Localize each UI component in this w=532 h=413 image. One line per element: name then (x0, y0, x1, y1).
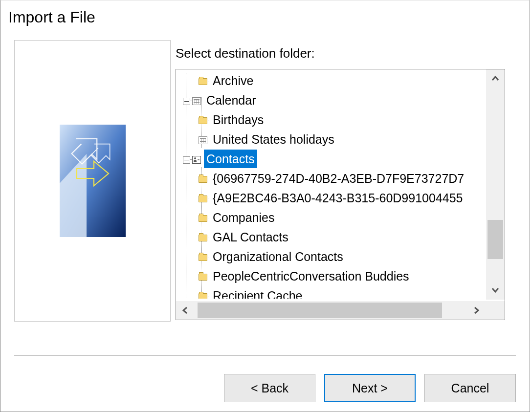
tree-item-guid1[interactable]: {06967759-274D-40B2-A3EB-D7F9E73727D7 (183, 169, 485, 189)
horizontal-scroll-thumb[interactable] (198, 303, 442, 318)
tree-item-archive[interactable]: Archive (183, 71, 485, 91)
chevron-up-icon (491, 74, 500, 83)
tree-item-label: Contacts (204, 150, 257, 168)
folder-icon (199, 235, 207, 241)
folder-tree[interactable]: ArchiveCalendarBirthdaysUnited States ho… (176, 69, 485, 299)
tree-item-label: Archive (210, 71, 256, 90)
folder-icon (199, 254, 207, 261)
tree-item-birthdays[interactable]: Birthdays (183, 110, 485, 130)
import-file-dialog: Import a File (0, 0, 530, 412)
folder-icon (199, 196, 207, 202)
dialog-content: Select destination folder: ArchiveCalend… (0, 26, 530, 322)
chevron-right-icon (472, 306, 481, 315)
vertical-scrollbar[interactable] (486, 69, 505, 300)
folder-icon (199, 293, 207, 299)
tree-item-label: GAL Contacts (210, 228, 291, 246)
scroll-down-button[interactable] (486, 281, 505, 300)
collapse-icon[interactable] (183, 98, 190, 105)
scroll-corner (486, 301, 505, 320)
tree-item-label: PeopleCentricConversation Buddies (210, 267, 412, 285)
collapse-icon[interactable] (183, 156, 190, 164)
tree-item-label: Birthdays (210, 110, 266, 129)
folder-icon (199, 176, 207, 183)
tree-item-calendar[interactable]: Calendar (183, 91, 485, 110)
scroll-left-button[interactable] (176, 301, 195, 320)
tree-item-gal[interactable]: GAL Contacts (183, 228, 485, 247)
scroll-right-button[interactable] (467, 301, 486, 320)
scroll-up-button[interactable] (486, 69, 505, 88)
tree-item-usholidays[interactable]: United States holidays (183, 130, 485, 150)
calendar-icon (199, 136, 207, 144)
tree-item-label: {06967759-274D-40B2-A3EB-D7F9E73727D7 (210, 169, 466, 188)
cancel-button[interactable]: Cancel (424, 374, 516, 402)
tree-item-guid2[interactable]: {A9E2BC46-B3A0-4243-B315-60D991004455 (183, 189, 485, 208)
chevron-left-icon (181, 306, 190, 315)
folder-tree-container: ArchiveCalendarBirthdaysUnited States ho… (176, 69, 505, 320)
contacts-icon (192, 156, 201, 164)
instruction-label: Select destination folder: (176, 46, 516, 61)
calendar-icon (192, 97, 201, 105)
folder-icon (199, 117, 207, 124)
folder-icon (199, 274, 207, 281)
tree-item-pccb[interactable]: PeopleCentricConversation Buddies (183, 267, 485, 286)
tree-item-org[interactable]: Organizational Contacts (183, 247, 485, 267)
wizard-image-panel (14, 40, 171, 322)
tree-item-label: Organizational Contacts (210, 247, 346, 266)
tree-item-label: {A9E2BC46-B3A0-4243-B315-60D991004455 (210, 189, 466, 207)
back-button[interactable]: < Back (224, 374, 315, 402)
folder-icon (199, 215, 207, 222)
tree-item-label: Recipient Cache (210, 286, 305, 299)
vertical-scroll-thumb[interactable] (488, 220, 503, 259)
right-panel: Select destination folder: ArchiveCalend… (176, 40, 516, 320)
wizard-arrow-image (60, 125, 126, 237)
dialog-title: Import a File (0, 0, 530, 26)
dialog-buttons: < Back Next > Cancel (0, 374, 530, 402)
tree-item-label: Calendar (204, 91, 258, 109)
tree-item-contacts[interactable]: Contacts (183, 150, 485, 169)
horizontal-separator (14, 355, 516, 357)
folder-icon (199, 78, 207, 85)
tree-item-label: United States holidays (210, 130, 337, 149)
chevron-down-icon (491, 286, 500, 295)
horizontal-scrollbar[interactable] (176, 301, 505, 320)
next-button[interactable]: Next > (324, 374, 416, 402)
tree-item-label: Companies (210, 208, 277, 227)
tree-item-companies[interactable]: Companies (183, 208, 485, 228)
tree-item-recip[interactable]: Recipient Cache (183, 286, 485, 299)
